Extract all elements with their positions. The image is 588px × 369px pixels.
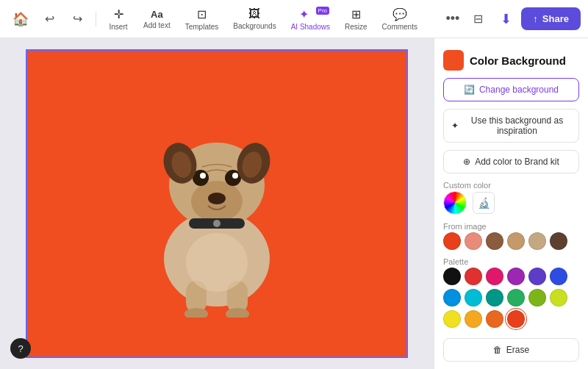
color-picker-swatch[interactable]	[443, 191, 467, 215]
help-icon: ?	[18, 343, 23, 354]
main-content: ? Color Background 🔄 Change background ✦…	[0, 38, 588, 369]
use-as-inspiration-button[interactable]: ✦ Use this background as inspiration	[443, 109, 579, 143]
eyedropper-icon: 🔬	[478, 197, 490, 209]
from-image-color-dot[interactable]	[550, 232, 567, 250]
resize-button[interactable]: ⊞ Resize	[339, 4, 373, 34]
comments-label: Comments	[382, 23, 417, 31]
palette-color-dot[interactable]	[528, 268, 546, 285]
from-image-colors	[443, 232, 579, 250]
erase-icon: 🗑	[493, 345, 502, 355]
panel-icon: ⊟	[473, 12, 483, 26]
panel-color-swatch	[443, 50, 464, 71]
panel-header: Color Background	[443, 50, 579, 71]
svg-point-5	[200, 173, 206, 179]
ai-shadows-button[interactable]: ✦Pro AI Shadows	[285, 4, 336, 34]
svg-point-6	[232, 173, 238, 179]
inspiration-icon: ✦	[451, 121, 459, 131]
templates-icon: ⊡	[197, 7, 207, 21]
add-brand-kit-button[interactable]: ⊕ Add color to Brand kit	[443, 150, 579, 173]
add-text-button[interactable]: Aa Add text	[137, 6, 176, 32]
backgrounds-button[interactable]: 🖼 Backgrounds	[227, 4, 282, 33]
insert-button[interactable]: ✛ Insert	[102, 4, 135, 34]
palette-color-dot[interactable]	[550, 289, 567, 307]
from-image-color-dot[interactable]	[465, 232, 482, 250]
from-image-label: From image	[443, 222, 579, 231]
pro-badge: Pro	[316, 7, 329, 15]
undo-icon: ↩	[45, 12, 54, 26]
svg-point-18	[186, 233, 248, 292]
templates-button[interactable]: ⊡ Templates	[179, 4, 225, 34]
change-bg-label: Change background	[479, 85, 559, 95]
toolbar: 🏠 ↩ ↪ ✛ Insert Aa Add text ⊡ Templates 🖼…	[0, 0, 588, 38]
undo-button[interactable]: ↩	[37, 7, 62, 32]
resize-icon: ⊞	[351, 7, 361, 21]
erase-button[interactable]: 🗑 Erase	[443, 338, 579, 362]
share-button[interactable]: ↑ Share	[521, 7, 581, 30]
toolbar-separator-1	[96, 12, 96, 26]
palette-color-dot[interactable]	[465, 268, 482, 285]
svg-point-7	[208, 193, 226, 204]
palette-label: Palette	[443, 257, 579, 266]
palette-color-dot[interactable]	[550, 268, 567, 285]
help-button[interactable]: ?	[10, 338, 31, 359]
addtext-label: Add text	[143, 21, 171, 29]
palette-color-dot[interactable]	[465, 289, 482, 307]
svg-point-17	[226, 308, 249, 318]
palette-color-dot[interactable]	[507, 268, 525, 285]
palette-color-dot[interactable]	[443, 268, 461, 285]
palette-color-dot[interactable]	[486, 310, 503, 328]
palette-color-dot[interactable]	[507, 310, 525, 328]
more-dots-icon: •••	[445, 11, 459, 26]
inspiration-label: Use this background as inspiration	[463, 115, 571, 136]
from-image-color-dot[interactable]	[507, 232, 525, 250]
aishadows-label: AI Shadows	[291, 23, 330, 31]
add-brand-label: Add color to Brand kit	[475, 157, 559, 167]
redo-icon: ↪	[73, 12, 82, 26]
panel-toggle-button[interactable]: ⊟	[465, 7, 490, 32]
resize-label: Resize	[345, 23, 368, 31]
backgrounds-label: Backgrounds	[233, 22, 276, 30]
share-label: Share	[542, 13, 569, 24]
from-image-color-dot[interactable]	[528, 232, 546, 250]
share-icon: ↑	[533, 13, 538, 24]
change-background-button[interactable]: 🔄 Change background	[443, 78, 579, 101]
palette-colors	[443, 268, 579, 328]
custom-color-section: Custom color 🔬	[443, 181, 579, 215]
insert-icon: ✛	[114, 7, 123, 21]
addtext-icon: Aa	[151, 9, 163, 20]
right-panel: Color Background 🔄 Change background ✦ U…	[434, 38, 588, 369]
templates-label: Templates	[185, 23, 219, 31]
home-icon: 🏠	[12, 11, 29, 27]
erase-label: Erase	[506, 345, 529, 355]
palette-color-dot[interactable]	[507, 289, 525, 307]
add-brand-icon: ⊕	[463, 157, 470, 167]
home-button[interactable]: 🏠	[7, 6, 34, 32]
svg-point-13	[213, 220, 220, 227]
custom-color-row: 🔬	[443, 191, 579, 215]
palette-color-dot[interactable]	[465, 310, 482, 328]
download-icon: ⬇	[501, 11, 512, 27]
comments-button[interactable]: 💬 Comments	[376, 4, 423, 34]
palette-color-dot[interactable]	[528, 289, 546, 307]
canvas-background[interactable]	[27, 51, 406, 357]
palette-section: Palette	[443, 257, 579, 328]
palette-color-dot[interactable]	[486, 289, 503, 307]
aishadows-icon: ✦Pro	[299, 7, 322, 21]
comments-icon: 💬	[392, 7, 407, 21]
canvas-wrapper	[26, 49, 408, 358]
pug-image	[136, 90, 298, 318]
change-bg-icon: 🔄	[464, 85, 475, 95]
from-image-color-dot[interactable]	[443, 232, 461, 250]
from-image-section: From image	[443, 222, 579, 250]
canvas-area: ?	[0, 38, 434, 369]
from-image-color-dot[interactable]	[486, 232, 503, 250]
panel-title: Color Background	[470, 54, 566, 67]
palette-color-dot[interactable]	[443, 289, 461, 307]
palette-color-dot[interactable]	[486, 268, 503, 285]
eyedropper-button[interactable]: 🔬	[473, 192, 495, 214]
palette-color-dot[interactable]	[443, 310, 461, 328]
download-button[interactable]: ⬇	[493, 7, 518, 32]
more-options-button[interactable]: •••	[442, 8, 462, 29]
redo-button[interactable]: ↪	[65, 7, 90, 32]
custom-color-label: Custom color	[443, 181, 579, 190]
